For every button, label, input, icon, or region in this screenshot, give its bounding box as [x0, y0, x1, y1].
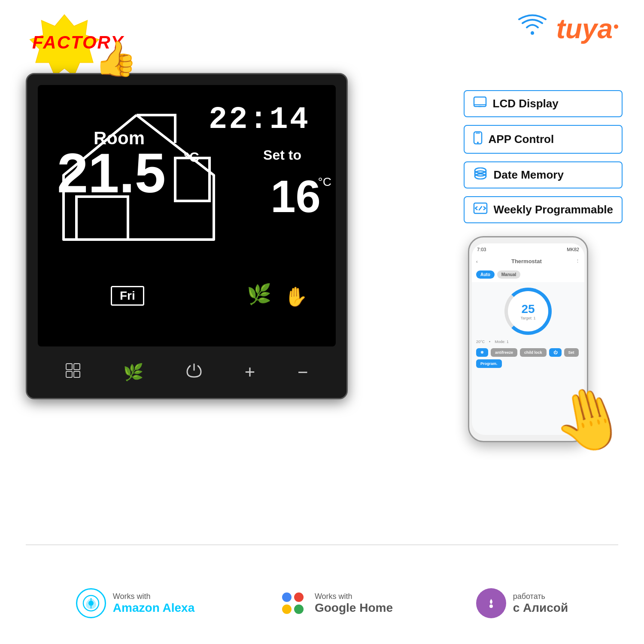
alice-circle-icon	[476, 588, 506, 618]
phone-model: MK82	[567, 247, 579, 252]
lcd-label: LCD Display	[493, 97, 559, 110]
feature-weekly: Weekly Programmable	[464, 196, 623, 223]
menu-button[interactable]	[65, 363, 81, 382]
phone-mockup: 7:03 MK82 ‹ Thermostat ⋮ Auto Manual 25 …	[447, 236, 627, 451]
svg-rect-5	[74, 364, 80, 370]
tab-auto[interactable]: Auto	[476, 270, 495, 279]
lcd-icon	[473, 96, 487, 111]
gauge-temp-label: Target: 1	[520, 316, 535, 320]
phone-gauge: 25 Target: 1	[472, 282, 584, 338]
tab-manual[interactable]: Manual	[497, 270, 520, 279]
tuya-branding: tuya	[517, 13, 618, 45]
temperature-gauge: 25 Target: 1	[504, 288, 552, 335]
alice-text: работать с Алисой	[513, 592, 568, 615]
bottom-divider	[26, 544, 618, 545]
features-panel: LCD Display APP Control Date Memory	[464, 90, 623, 223]
alice-works-with: работать	[513, 592, 568, 601]
svg-rect-6	[66, 371, 72, 377]
minus-button[interactable]: −	[298, 362, 308, 383]
alexa-text: Works with Amazon Alexa	[113, 592, 194, 615]
alice-brand-name: с Алисой	[513, 601, 568, 615]
program-btn[interactable]: Program.	[476, 359, 502, 368]
google-works-with: Works with	[315, 592, 393, 601]
tuya-logo: tuya	[556, 13, 618, 45]
child-lock-btn[interactable]: child lock	[520, 348, 547, 357]
svg-rect-7	[74, 371, 80, 377]
app-icon	[473, 131, 483, 148]
alexa-circle-icon	[76, 588, 106, 618]
time-display: 22:14	[209, 102, 310, 137]
alexa-works-with: Works with	[113, 592, 194, 601]
thermostat-buttons: 🌿 + −	[27, 346, 346, 398]
google-text: Works with Google Home	[315, 592, 393, 615]
code-icon	[473, 202, 488, 217]
svg-rect-4	[66, 364, 72, 370]
thermostat-screen: Room 21.5 °C 22:14 Set to 16 °C 🌿 ✋ Fri	[38, 85, 336, 346]
plus-button[interactable]: +	[245, 362, 255, 383]
google-logo: Works with Google Home	[278, 588, 393, 618]
phone-tabs: Auto Manual	[472, 267, 584, 282]
room-temp-unit: °C	[184, 149, 199, 165]
alexa-logo: Works with Amazon Alexa	[76, 588, 194, 618]
power-btn-app[interactable]: ⏻	[549, 348, 562, 357]
set-btn[interactable]: Set	[564, 348, 579, 357]
manual-hand-icon: ✋	[284, 286, 308, 308]
leaf-button[interactable]: 🌿	[123, 363, 143, 382]
phone-time: 7:03	[477, 247, 486, 252]
alice-logo: работать с Алисой	[476, 588, 568, 618]
svg-point-1	[531, 31, 534, 35]
eco-leaf-icon: 🌿	[247, 283, 271, 306]
bottom-logos: Works with Amazon Alexa Works with Googl…	[0, 588, 644, 618]
alexa-brand-name: Amazon Alexa	[113, 601, 194, 615]
feature-lcd: LCD Display	[464, 90, 623, 117]
date-memory-label: Date Memory	[494, 168, 564, 182]
svg-point-12	[477, 142, 479, 143]
feature-app: APP Control	[464, 125, 623, 154]
weekly-label: Weekly Programmable	[494, 203, 613, 216]
app-label: APP Control	[489, 133, 554, 146]
svg-point-28	[489, 605, 493, 608]
thumbs-up-icon: 👍	[94, 39, 137, 79]
set-to-label: Set to	[263, 147, 301, 163]
google-dots-icon	[278, 588, 308, 618]
power-button[interactable]	[186, 362, 202, 383]
wifi-icon	[517, 13, 547, 45]
set-temperature: 16	[270, 171, 321, 222]
feature-date-memory: Date Memory	[464, 161, 623, 188]
phone-controls[interactable]: ❄ antifreeze child lock ⏻ Set Program.	[472, 346, 584, 371]
svg-point-24	[88, 601, 94, 606]
google-brand-name: Google Home	[315, 601, 393, 615]
antifreeze-btn[interactable]: antifreeze	[491, 348, 517, 357]
set-temp-unit: °C	[318, 175, 331, 189]
day-badge: Fri	[111, 286, 144, 306]
thermostat-device: Room 21.5 °C 22:14 Set to 16 °C 🌿 ✋ Fri	[26, 73, 348, 399]
phone-app-header: 7:03 MK82	[472, 243, 584, 255]
room-temperature: 21.5	[57, 145, 166, 201]
svg-line-22	[479, 207, 482, 210]
gauge-temp-value: 25	[521, 302, 535, 316]
snowflake-btn[interactable]: ❄	[476, 348, 488, 357]
memory-icon	[473, 167, 488, 182]
